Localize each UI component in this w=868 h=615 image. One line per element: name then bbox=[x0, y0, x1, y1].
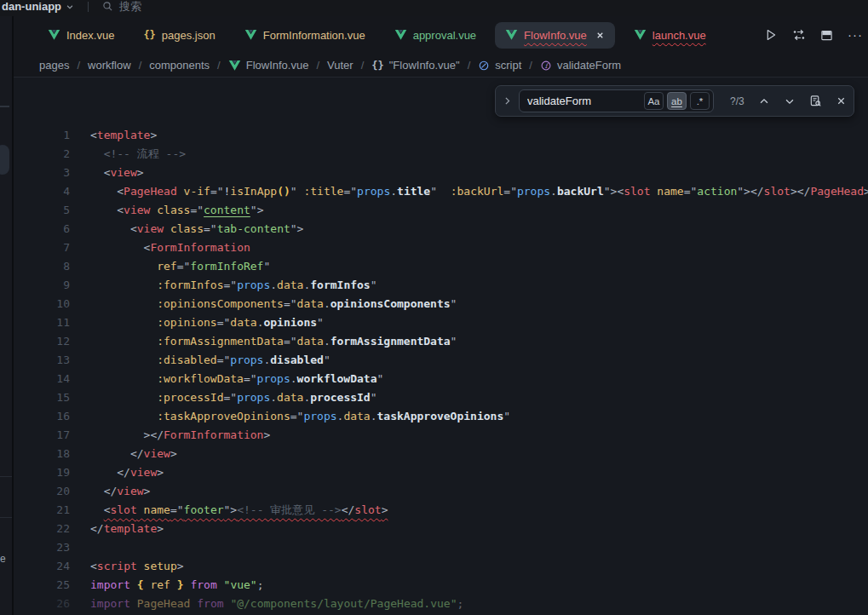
line-number[interactable]: 20 bbox=[14, 482, 70, 501]
code-line-content[interactable]: ref="formInfoRef" bbox=[90, 257, 270, 276]
breadcrumb-item[interactable]: Vuter bbox=[327, 59, 354, 72]
run-button[interactable] bbox=[764, 28, 778, 42]
line-number[interactable]: 21 bbox=[14, 501, 70, 520]
editor-pane[interactable]: Aa ab .* ?/3 bbox=[14, 77, 868, 615]
tab-flowinfo-vue[interactable]: FlowInfo.vue bbox=[495, 22, 615, 49]
code-token: template bbox=[97, 129, 151, 141]
code-line-content[interactable]: :opinionsComponents="data.opinionsCompon… bbox=[90, 295, 457, 313]
line-number[interactable]: 5 bbox=[14, 201, 70, 220]
open-changes-button[interactable] bbox=[792, 28, 806, 42]
code-token: slot bbox=[354, 503, 381, 516]
code-line-content[interactable]: :processId="props.data.processId" bbox=[90, 388, 377, 407]
line-number[interactable]: 25 bbox=[14, 576, 70, 595]
line-number[interactable]: 19 bbox=[14, 463, 70, 482]
code-line-content[interactable]: :formAssignmentData="data.formAssignment… bbox=[90, 332, 457, 351]
code-line-content[interactable]: </template> bbox=[90, 520, 164, 538]
line-number[interactable]: 4 bbox=[14, 182, 70, 201]
code-editor[interactable]: 1<template>2<!-- 流程 -->3<view>4<PageHead… bbox=[14, 78, 868, 613]
sidebar-edge[interactable]: e bbox=[0, 16, 14, 615]
line-number[interactable]: 6 bbox=[14, 220, 70, 239]
sidebar-selected-item[interactable] bbox=[0, 145, 9, 175]
line-number[interactable]: 24 bbox=[14, 557, 70, 576]
breadcrumb-item[interactable]: components bbox=[149, 59, 210, 72]
line-number[interactable]: 1 bbox=[14, 126, 70, 145]
breadcrumb-item[interactable]: pages bbox=[39, 59, 69, 72]
line-number[interactable]: 2 bbox=[14, 145, 70, 164]
code-line-content[interactable]: <!-- 流程 --> bbox=[90, 145, 186, 164]
close-icon[interactable] bbox=[595, 31, 605, 40]
tab-pages-json[interactable]: {}pages.json bbox=[133, 22, 225, 49]
code-token: < bbox=[117, 204, 124, 216]
match-case-button[interactable]: Aa bbox=[644, 92, 664, 110]
code-line-content[interactable]: <PageHead v-if="!isInApp()" :title="prop… bbox=[90, 182, 868, 201]
code-token: FormInformation bbox=[164, 428, 263, 441]
code-token: "> bbox=[250, 204, 264, 216]
breadcrumb-item[interactable]: FlowInfo.vue bbox=[228, 59, 309, 72]
code-token: :workflowData bbox=[157, 372, 244, 385]
whole-word-button[interactable]: ab bbox=[667, 92, 687, 110]
tab-approval-vue[interactable]: approval.vue bbox=[384, 22, 486, 49]
code-token: . bbox=[550, 185, 557, 198]
code-token: > bbox=[157, 466, 164, 479]
code-line-content[interactable]: <view> bbox=[90, 164, 144, 182]
project-menu[interactable]: dan-uniapp bbox=[2, 0, 74, 13]
breadcrumb-item[interactable]: workflow bbox=[88, 59, 131, 72]
line-number[interactable]: 12 bbox=[14, 332, 70, 351]
tab-launch-vue[interactable]: launch.vue bbox=[624, 22, 716, 49]
code-line-content[interactable]: </view> bbox=[90, 463, 164, 482]
code-line-content[interactable]: :formInfos="props.data.formInfos" bbox=[90, 276, 377, 295]
code-line: 14:workflowData="props.workflowData" bbox=[14, 370, 868, 388]
regex-button[interactable]: .* bbox=[690, 92, 710, 110]
code-line: 1<template> bbox=[14, 126, 868, 145]
code-token: ; bbox=[257, 578, 264, 591]
more-actions-button[interactable]: ··· bbox=[848, 31, 863, 39]
code-line-content[interactable]: </view> bbox=[90, 482, 150, 501]
line-number[interactable]: 3 bbox=[14, 164, 70, 182]
code-line-content[interactable]: :disabled="props.disabled" bbox=[90, 351, 331, 370]
line-number[interactable]: 18 bbox=[14, 445, 70, 463]
code-line-content[interactable]: </view> bbox=[90, 445, 177, 463]
find-input[interactable] bbox=[527, 95, 641, 107]
code-line-content[interactable]: import { ref } from "vue"; bbox=[90, 576, 264, 595]
line-number[interactable]: 13 bbox=[14, 351, 70, 370]
title-bar: dan-uniapp 搜索 bbox=[0, 0, 868, 16]
code-line-content[interactable]: <FormInformation bbox=[90, 239, 250, 257]
line-number[interactable]: 23 bbox=[14, 538, 70, 557]
line-number[interactable]: 9 bbox=[14, 276, 70, 295]
tab-index-vue[interactable]: Index.vue bbox=[37, 22, 124, 49]
code-line-content[interactable]: <view class="tab-content"> bbox=[90, 220, 303, 239]
line-number[interactable]: 15 bbox=[14, 388, 70, 407]
code-token: </ bbox=[342, 503, 355, 516]
code-line-content[interactable]: <view class="content"> bbox=[90, 201, 264, 220]
line-number[interactable]: 26 bbox=[14, 595, 70, 613]
line-number[interactable]: 16 bbox=[14, 407, 70, 426]
code-line-content[interactable]: ></FormInformation> bbox=[90, 426, 270, 445]
code-line-content[interactable]: <slot name="footer"><!-- 审批意见 --></slot> bbox=[90, 501, 388, 520]
line-number[interactable]: 17 bbox=[14, 426, 70, 445]
previous-match-button[interactable] bbox=[758, 95, 770, 107]
global-search[interactable]: 搜索 bbox=[102, 0, 141, 14]
toggle-replace-button[interactable] bbox=[502, 95, 513, 106]
code-line-content[interactable]: :workflowData="props.workflowData" bbox=[90, 370, 383, 388]
line-number[interactable]: 14 bbox=[14, 370, 70, 388]
split-editor-button[interactable] bbox=[820, 29, 833, 42]
code-line-content[interactable]: <template> bbox=[90, 126, 157, 145]
line-number[interactable]: 22 bbox=[14, 520, 70, 538]
breadcrumb-item[interactable]: {}"FlowInfo.vue" bbox=[371, 59, 459, 72]
code-line-content[interactable]: import PageHead from "@/components/layou… bbox=[90, 595, 463, 613]
line-number[interactable]: 11 bbox=[14, 313, 70, 332]
code-line-content[interactable]: :opinions="data.opinions" bbox=[90, 313, 324, 332]
find-in-selection-button[interactable] bbox=[809, 95, 822, 107]
code-line-content[interactable]: :taskApproveOpinions="props.data.taskApp… bbox=[90, 407, 510, 426]
line-number[interactable]: 10 bbox=[14, 295, 70, 313]
breadcrumb-item[interactable]: fvalidateForm bbox=[540, 59, 621, 72]
code-line-content[interactable]: <script setup> bbox=[90, 557, 184, 576]
close-icon[interactable] bbox=[836, 95, 847, 106]
code-token: props bbox=[230, 353, 263, 366]
tab-forminformation-vue[interactable]: FormInformation.vue bbox=[234, 22, 376, 49]
breadcrumb-item[interactable]: script bbox=[478, 59, 521, 72]
tab-label: approval.vue bbox=[413, 29, 476, 42]
line-number[interactable]: 8 bbox=[14, 257, 70, 276]
line-number[interactable]: 7 bbox=[14, 239, 70, 257]
next-match-button[interactable] bbox=[784, 95, 796, 107]
